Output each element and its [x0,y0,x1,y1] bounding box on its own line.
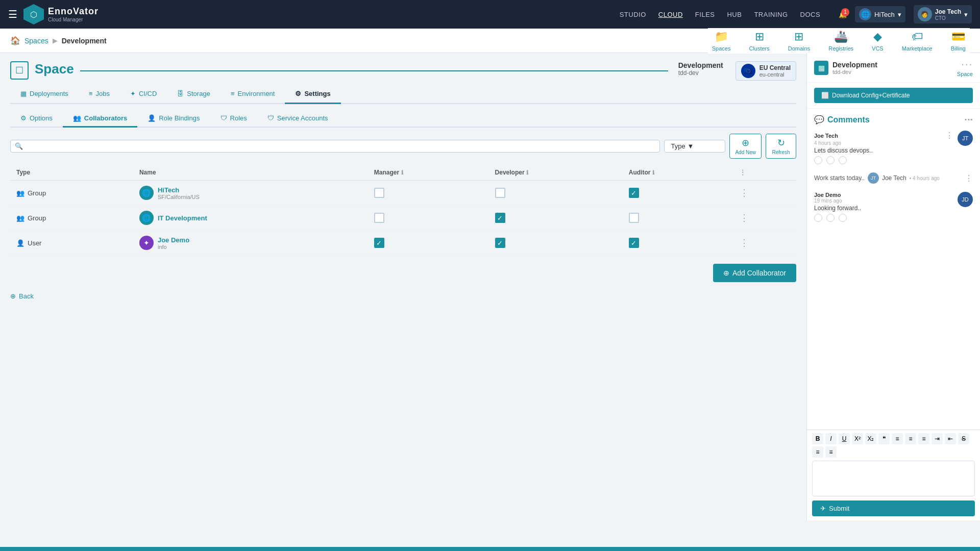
refresh-button[interactable]: ↻ Refresh [766,134,796,159]
comment-action-4[interactable] [814,214,822,222]
jdemo-row-menu[interactable]: ⋮ [740,238,749,248]
nav-registries[interactable]: 🚢 Registries [824,28,857,54]
download-config-button[interactable]: ⬜ Download Config+Certificate [814,88,973,103]
system-comment-options[interactable]: ⋮ [965,173,973,183]
manager-info-icon[interactable]: ℹ [401,169,403,176]
add-new-button[interactable]: ⊕ Add New [729,134,762,159]
hitech-auditor-checkbox[interactable]: ✓ [629,188,639,198]
nav-billing[interactable]: 💳 Billing [947,28,970,54]
type-dropdown[interactable]: Type ▼ [664,140,725,153]
search-box[interactable]: 🔍 [10,140,660,153]
jdemo-developer-checkbox[interactable]: ✓ [495,238,505,248]
jdemo-actions-cell: ⋮ [733,231,796,256]
rp-more-dots[interactable]: ··· [961,58,973,70]
nav-marketplace[interactable]: 🏷 Marketplace [898,28,937,54]
breadcrumb-spaces[interactable]: Spaces [24,37,48,45]
comment-action-1[interactable] [814,156,822,164]
itdev-auditor-cell[interactable] [623,206,733,231]
row-type-cell: 👤 User [10,231,133,256]
rte-align-right[interactable]: ≡ [918,433,929,444]
rte-align-left[interactable]: ≡ [892,433,903,444]
add-collaborator-button[interactable]: ⊕ Add Collaborator [713,264,796,282]
nav-files[interactable]: FILES [695,11,715,18]
tab-settings[interactable]: ⚙ Settings [285,85,340,104]
nav-hub[interactable]: HUB [727,11,742,18]
nav-training[interactable]: TRAINING [754,11,788,18]
user-avatar: 🧑 [918,7,932,21]
home-icon[interactable]: 🏠 [10,36,20,45]
rte-bold[interactable]: B [812,433,823,444]
nav-studio[interactable]: STUDIO [620,11,646,18]
rte-quote[interactable]: ❝ [878,433,890,444]
tab-jobs[interactable]: ≡ Jobs [79,85,120,104]
rp-space-icon: ▦ [814,61,828,75]
add-collaborator-row: ⊕ Add Collaborator [10,264,796,282]
jdemo-link[interactable]: Joe Demo [158,236,189,244]
rte-ol[interactable]: ≡ [812,446,823,458]
hitech-link[interactable]: HiTech [158,186,200,194]
tab-storage[interactable]: 🗄 Storage [167,85,220,104]
table-more-icon[interactable]: ⋮ [740,169,746,176]
nav-clusters[interactable]: ⊞ Clusters [745,28,773,54]
developer-info-icon[interactable]: ℹ [526,169,528,176]
subtab-options[interactable]: ⚙ Options [10,110,63,128]
user-menu[interactable]: 🧑 Joe Tech CTO ▾ [914,5,972,23]
hitech-manager-checkbox[interactable] [374,188,384,198]
jdemo-auditor-cell[interactable]: ✓ [623,231,733,256]
back-link[interactable]: ⊕ Back [10,292,796,300]
rte-underline[interactable]: U [839,433,850,444]
itdev-row-menu[interactable]: ⋮ [740,213,749,223]
jdemo-auditor-checkbox[interactable]: ✓ [629,238,639,248]
search-input[interactable] [26,142,655,150]
comment-options[interactable]: ⋮ [945,131,953,140]
rte-italic[interactable]: I [825,433,837,444]
subtab-rolebindings[interactable]: 👤 Role Bindings [137,110,210,128]
rte-align-center[interactable]: ≡ [905,433,916,444]
comment-editor[interactable] [812,461,975,496]
comments-more-dots[interactable]: ··· [964,114,973,126]
tab-cicd[interactable]: ✦ CI/CD [120,85,167,104]
itdev-link[interactable]: IT Development [158,214,207,222]
org-switcher[interactable]: 🌐 HiTech ▾ [855,6,905,22]
nav-spaces[interactable]: 📁 Spaces [708,28,735,54]
hitech-manager-cell[interactable] [368,181,489,206]
rte-subscript[interactable]: X₂ [865,433,876,444]
comment-action-5[interactable] [826,214,835,222]
rte-superscript[interactable]: X² [852,433,863,444]
jdemo-manager-cell[interactable]: ✓ [368,231,489,256]
subtab-roles[interactable]: 🛡 Roles [210,110,257,128]
nav-vcs[interactable]: ◆ VCS [868,28,888,54]
jdemo-manager-checkbox[interactable]: ✓ [374,238,384,248]
hitech-row-menu[interactable]: ⋮ [740,188,749,198]
submit-comment-button[interactable]: ✈ Submit [812,500,975,516]
hitech-auditor-cell[interactable]: ✓ [623,181,733,206]
rte-outdent[interactable]: ⇤ [945,433,956,444]
comment-action-6[interactable] [839,214,847,222]
itdev-developer-checkbox[interactable]: ✓ [495,213,505,223]
itdev-developer-cell[interactable]: ✓ [489,206,623,231]
jdemo-star-icon: ✦ [139,236,154,250]
itdev-manager-cell[interactable] [368,206,489,231]
comment-action-3[interactable] [839,156,847,164]
auditor-info-icon[interactable]: ℹ [652,169,654,176]
hitech-developer-cell[interactable] [489,181,623,206]
itdev-auditor-checkbox[interactable] [629,213,639,223]
rte-strikethrough[interactable]: S [958,433,969,444]
nav-domains[interactable]: ⊞ Domains [784,28,814,54]
system-comment: Work starts today.. JT Joe Tech • 4 hour… [814,170,973,186]
hamburger-menu[interactable]: ☰ [8,8,17,20]
rte-ul[interactable]: ≡ [825,446,837,458]
rte-indent[interactable]: ⇥ [932,433,943,444]
hitech-developer-checkbox[interactable] [495,188,505,198]
subtab-serviceaccounts[interactable]: 🛡 Service Accounts [257,110,338,128]
itdev-manager-checkbox[interactable] [374,213,384,223]
comment-action-2[interactable] [826,156,835,164]
subtab-collaborators[interactable]: 👥 Collaborators [63,110,138,128]
jdemo-developer-cell[interactable]: ✓ [489,231,623,256]
space-meta: Development tdd-dev [678,61,723,77]
tab-deployments[interactable]: ▦ Deployments [10,85,79,104]
nav-docs[interactable]: DOCS [800,11,821,18]
nav-cloud[interactable]: CLOUD [658,11,683,18]
tab-environment[interactable]: ≡ Environment [220,85,285,104]
notification-bell[interactable]: 🔔 1 [839,11,847,18]
